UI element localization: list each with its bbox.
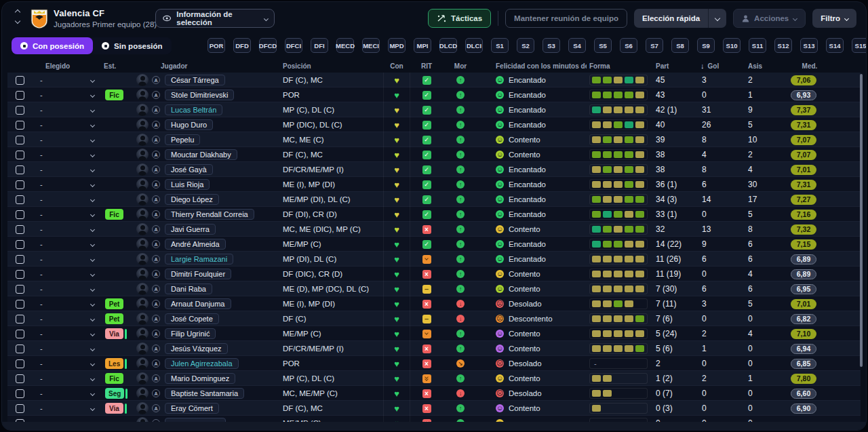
table-row[interactable]: - A Javi Guerra MC, ME (DIC), MP (C) ♥ ×… [7,222,861,237]
position-chip-DFI[interactable]: DFI [311,38,328,53]
col-est[interactable]: Est. [102,62,134,70]
selection-dropdown[interactable]: - [33,76,102,84]
actions-button[interactable]: Acciones [733,9,806,28]
position-chip-DFCD[interactable]: DFCD [259,38,277,53]
player-name[interactable]: Thierry Rendall Correia [165,209,254,220]
col-rit[interactable]: RIT [410,62,443,70]
selection-dropdown[interactable]: - [33,151,102,159]
selection-dropdown[interactable]: - [33,374,102,382]
player-name[interactable]: Arnaut Danjuma [165,298,231,309]
row-checkbox[interactable] [16,121,24,130]
table-row[interactable]: - Pet A José Copete DF (C) ♥ – ↓ ☹ Desco… [7,311,861,326]
col-asis[interactable]: Asis [738,62,783,70]
table-row[interactable]: - A César Tárrega DF (C), MC ♥ ✓ ↑ ☺ Enc… [7,73,861,87]
table-row[interactable]: - Via A Filip Ugrinić ME/MP (C) ♥ ↑ ☺ Co… [7,326,861,341]
table-row[interactable]: - A Hugo Duro MP (DIC), DL (C) ♥ ✓ ↑ ☺ E… [7,117,861,132]
table-row[interactable]: - A Dani Raba ME (D), MP (DC), DL (C) ♥ … [7,281,861,296]
selection-dropdown[interactable]: - [33,195,102,203]
table-row[interactable]: - A Dimitri Foulquier DF (DIC), CR (D) ♥… [7,267,861,281]
player-name[interactable]: Filip Ugrinić [165,328,216,339]
row-checkbox[interactable] [16,300,24,309]
row-checkbox[interactable] [16,315,24,323]
selection-dropdown[interactable]: - [33,255,102,263]
row-checkbox[interactable] [16,195,24,204]
with-possession-toggle[interactable]: Con posesión [12,37,93,54]
team-meeting-button[interactable]: Mantener reunión de equipo [505,9,627,28]
selection-dropdown[interactable]: - [33,165,102,174]
scrollbar-thumb[interactable] [860,74,863,367]
player-name[interactable]: Diego López [165,194,219,205]
row-checkbox[interactable] [16,91,24,100]
prev-squad-chevron-icon[interactable] [15,9,20,15]
row-checkbox[interactable] [16,225,24,234]
position-chip-S4[interactable]: S4 [568,38,586,53]
selection-dropdown[interactable]: - [33,404,102,412]
col-forma[interactable]: Forma [587,62,649,70]
position-chip-MPI[interactable]: MPI [414,38,431,53]
col-gol[interactable]: ↓ Gol [691,62,738,70]
player-name[interactable]: Jesús Vázquez [165,343,228,354]
position-chip-S15[interactable]: S15 [852,38,867,53]
filter-button[interactable]: Filtro [812,9,856,28]
player-name[interactable]: Luis Rioja [165,179,210,190]
player-name[interactable]: Pepelu [165,134,200,145]
player-name[interactable]: Dani Raba [165,283,212,294]
col-jugador[interactable]: Jugador [134,62,283,70]
selection-dropdown[interactable]: - [33,210,102,218]
player-name[interactable]: Baptiste Santamaria [165,388,244,399]
col-mor[interactable]: Mor [443,62,478,70]
selection-dropdown[interactable]: - [33,315,102,323]
player-name[interactable]: José Copete [165,313,219,324]
player-name[interactable]: César Tárrega [165,75,225,85]
selection-dropdown[interactable]: - [33,91,102,99]
vertical-scrollbar[interactable] [860,74,863,413]
position-chip-S7[interactable]: S7 [646,38,663,53]
row-checkbox[interactable] [16,180,24,189]
position-chip-DLCD[interactable]: DLCD [439,38,457,53]
position-chip-S6[interactable]: S6 [620,38,637,53]
without-possession-toggle[interactable]: Sin posesión [93,37,172,54]
quick-pick-dropdown[interactable] [709,9,726,28]
player-name[interactable]: Mario Dominguez [165,373,235,384]
table-row[interactable]: - A Diego López ME/MP (DI), DL (C) ♥ ✓ ↑… [7,192,861,207]
table-row[interactable]: - Fic A Thierry Rendall Correia DF (DI),… [7,207,861,222]
selection-dropdown[interactable]: - [33,285,102,293]
row-checkbox[interactable] [16,374,24,383]
col-posicion[interactable]: Posición [283,62,383,70]
selection-dropdown[interactable]: - [33,240,102,248]
player-name[interactable]: Stole Dimitrievski [165,90,234,100]
row-checkbox[interactable] [16,389,24,398]
table-row[interactable]: - Fic A Stole Dimitrievski POR ♥ ✓ ↑ ☺ E… [7,87,861,102]
col-part[interactable]: Part [649,62,691,70]
row-checkbox[interactable] [16,330,24,338]
quick-pick-split-button[interactable]: Elección rápida [634,9,726,28]
table-row[interactable]: - A Mouctar Diakhaby DF (C), MC ♥ ✓ ↑ ☺ … [7,147,861,162]
table-row[interactable]: - A Lucas Beltrán MP (C), DL (C) ♥ ✓ ↑ ☺… [7,102,861,117]
table-row[interactable]: - Seg A Baptiste Santamaria MC, ME/MP (C… [7,386,861,401]
position-chip-S3[interactable]: S3 [542,38,560,53]
col-felicidad[interactable]: Felicidad con los minutos de jue... [478,62,587,70]
selection-dropdown[interactable]: - [33,106,102,114]
col-con[interactable]: Con [383,62,410,70]
selection-dropdown[interactable]: - [33,389,102,397]
table-row[interactable]: - Via A Eray Cömert DF (C), MC ♥ × ↑ ☺ C… [7,401,861,416]
player-name[interactable]: Eray Cömert [165,403,219,414]
row-checkbox[interactable] [16,165,24,174]
player-name[interactable]: André Almeida [165,239,226,250]
row-checkbox[interactable] [16,210,24,219]
row-checkbox[interactable] [16,151,24,159]
selection-info-dropdown[interactable]: Información de selección [155,9,275,28]
row-checkbox[interactable] [16,106,24,115]
selection-dropdown[interactable]: - [33,121,102,129]
player-name[interactable]: Mouctar Diakhaby [165,149,237,160]
selection-dropdown[interactable]: - [33,270,102,278]
selection-dropdown[interactable]: - [33,359,102,368]
player-name[interactable]: José Gayà [165,164,213,175]
position-chip-S1[interactable]: S1 [491,38,509,53]
position-chip-MECI[interactable]: MECI [362,38,380,53]
row-checkbox[interactable] [16,359,24,368]
row-checkbox[interactable] [16,285,24,294]
table-row[interactable]: - A Luis Rioja ME (I), MP (DI) ♥ ✓ ↑ ☺ E… [7,177,861,192]
table-row[interactable]: - Les A Julen Agirrezabala POR ♥ × ↘ ☹ D… [7,356,861,371]
position-chip-S11[interactable]: S11 [749,38,766,53]
